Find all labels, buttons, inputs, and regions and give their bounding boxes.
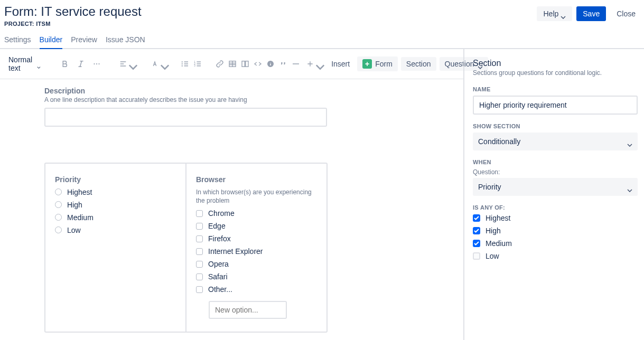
insert-label: Insert <box>326 60 350 68</box>
show-section-select[interactable]: Conditionally <box>473 133 638 150</box>
svg-point-5 <box>182 65 183 66</box>
insert-section-button[interactable]: Section <box>401 57 436 71</box>
layout-button[interactable] <box>240 56 250 71</box>
radio-option[interactable]: Medium <box>55 213 176 222</box>
page-title: Form: IT service request <box>4 4 142 20</box>
option-label: Firefox <box>208 234 231 243</box>
radio-icon <box>55 214 62 221</box>
canvas-body: Description A one line description that … <box>0 79 463 340</box>
checkbox-icon <box>196 273 203 280</box>
italic-button[interactable] <box>73 56 88 71</box>
description-subtitle: A one line description that accurately d… <box>44 96 455 103</box>
condition-checkbox-highest[interactable]: Highest <box>473 214 638 222</box>
svg-text:3: 3 <box>194 64 195 67</box>
checkbox-option[interactable]: Opera <box>196 260 317 268</box>
project-label: PROJECT: ITSM <box>4 21 142 27</box>
chevron-down-icon <box>160 62 165 65</box>
align-button[interactable] <box>117 56 136 71</box>
info-button[interactable] <box>266 56 275 71</box>
is-any-of-label: IS ANY OF: <box>473 204 638 211</box>
two-column-section: Priority Highest High Medium Low Browser… <box>44 163 328 333</box>
condition-label: High <box>486 226 501 235</box>
condition-label: Medium <box>486 239 512 248</box>
svg-point-0 <box>94 63 95 64</box>
checkbox-icon <box>196 248 203 255</box>
checkbox-checked-icon <box>473 240 480 247</box>
close-button[interactable]: Close <box>610 6 642 21</box>
option-label: Safari <box>208 272 228 281</box>
bold-button[interactable] <box>58 56 72 71</box>
when-question-value: Priority <box>478 183 501 191</box>
checkbox-unchecked-icon <box>473 252 480 260</box>
chevron-down-icon <box>627 140 632 143</box>
sidebar-subtitle: Sections group questions for conditional… <box>473 69 638 77</box>
checkbox-option[interactable]: Safari <box>196 272 317 281</box>
browser-title: Browser <box>196 175 317 184</box>
tab-builder[interactable]: Builder <box>40 32 63 48</box>
numbered-list-button[interactable]: 123 <box>193 56 202 71</box>
when-question-select[interactable]: Priority <box>473 178 638 196</box>
tab-preview[interactable]: Preview <box>71 32 97 48</box>
insert-form-button[interactable]: + Form <box>357 56 398 71</box>
option-label: Medium <box>67 213 94 222</box>
chevron-down-icon <box>315 62 321 65</box>
svg-rect-10 <box>242 61 245 67</box>
radio-icon <box>55 226 62 233</box>
option-label: Highest <box>67 188 92 196</box>
checkbox-option[interactable]: Edge <box>196 222 317 230</box>
more-formatting-button[interactable] <box>89 56 104 71</box>
svg-point-3 <box>182 61 183 62</box>
bullet-list-button[interactable] <box>180 56 190 71</box>
save-button[interactable]: Save <box>576 6 606 21</box>
table-button[interactable] <box>228 56 237 71</box>
checkbox-option[interactable]: Other... <box>196 285 317 294</box>
description-input[interactable] <box>44 108 327 127</box>
checkbox-icon <box>196 235 203 242</box>
tab-settings[interactable]: Settings <box>4 32 31 48</box>
condition-checkbox-high[interactable]: High <box>473 226 638 235</box>
description-title: Description <box>44 87 455 95</box>
show-section-value: Conditionally <box>478 137 520 146</box>
plus-icon: + <box>362 59 372 69</box>
new-option-input[interactable] <box>209 301 287 319</box>
chevron-down-icon <box>561 12 566 15</box>
radio-option[interactable]: Highest <box>55 188 176 196</box>
add-button[interactable] <box>304 56 323 71</box>
checkbox-icon <box>196 286 203 293</box>
editor-toolbar: Normal text <box>0 49 463 79</box>
text-style-selector[interactable]: Normal text <box>4 53 45 74</box>
divider-button[interactable] <box>291 56 301 71</box>
help-button[interactable]: Help <box>537 6 572 21</box>
condition-checkbox-low[interactable]: Low <box>473 252 638 260</box>
quote-button[interactable] <box>278 56 288 71</box>
option-label: Edge <box>208 222 226 230</box>
svg-point-4 <box>182 63 183 64</box>
when-label: WHEN <box>473 159 638 165</box>
checkbox-option[interactable]: Firefox <box>196 234 317 243</box>
option-label: Internet Explorer <box>208 247 263 256</box>
checkbox-option[interactable]: Internet Explorer <box>196 247 317 256</box>
question-sublabel: Question: <box>473 168 638 176</box>
page-header: Form: IT service request PROJECT: ITSM H… <box>0 0 644 27</box>
text-color-button[interactable] <box>148 56 167 71</box>
checkbox-icon <box>196 261 203 268</box>
chevron-down-icon <box>627 185 632 188</box>
checkbox-icon <box>196 210 203 217</box>
section-name-input[interactable] <box>473 96 638 115</box>
checkbox-option[interactable]: Chrome <box>196 209 317 218</box>
condition-checkbox-medium[interactable]: Medium <box>473 239 638 248</box>
tab-issue-json[interactable]: Issue JSON <box>106 32 145 48</box>
link-button[interactable] <box>215 56 225 71</box>
checkbox-checked-icon <box>473 227 480 234</box>
option-label: Other... <box>208 285 232 294</box>
condition-label: Highest <box>486 214 510 222</box>
radio-option[interactable]: High <box>55 201 176 209</box>
priority-title: Priority <box>55 175 176 184</box>
sidebar-title: Section <box>473 59 638 68</box>
radio-icon <box>55 188 62 195</box>
code-button[interactable] <box>253 56 263 71</box>
checkbox-icon <box>196 223 203 230</box>
svg-point-2 <box>99 63 100 64</box>
radio-option[interactable]: Low <box>55 226 176 234</box>
browser-column: Browser In which browser(s) are you expe… <box>185 164 326 332</box>
